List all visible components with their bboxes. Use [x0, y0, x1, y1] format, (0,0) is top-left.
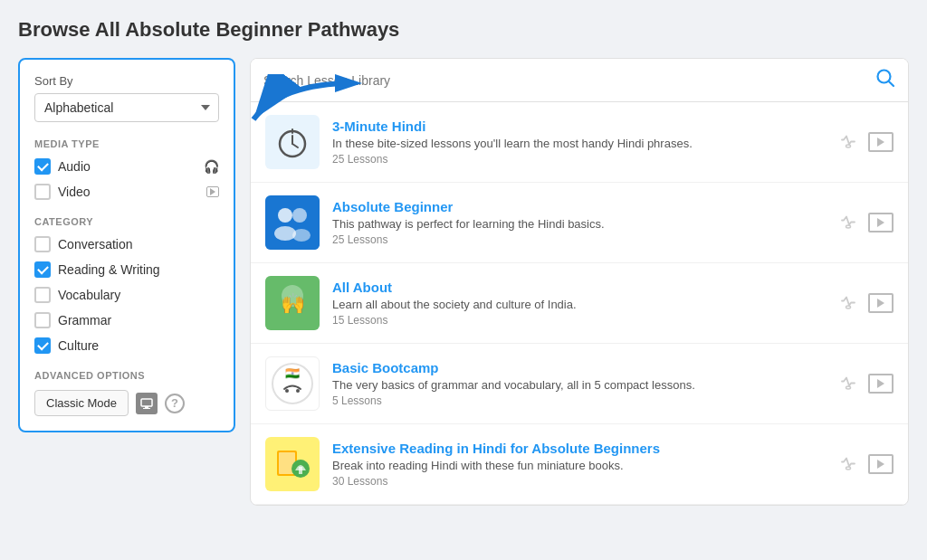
video-action-icon-3[interactable]: [868, 374, 894, 394]
bootcamp-icon: 🇮🇳: [266, 357, 319, 410]
pathway-item-0: 3-Minute Hindi In these bite-sized lesso…: [251, 102, 908, 183]
pathway-info-2: All About Learn all about the society an…: [332, 280, 823, 327]
pathway-thumbnail-0: [265, 115, 320, 169]
content-area: 3-Minute Hindi In these bite-sized lesso…: [250, 58, 909, 506]
search-input[interactable]: [263, 73, 875, 88]
grammar-label: Grammar: [58, 313, 219, 327]
vocabulary-filter-item[interactable]: Vocabulary: [34, 287, 219, 303]
conversation-label: Conversation: [58, 237, 219, 252]
video-action-icon-2[interactable]: [868, 293, 894, 313]
play-triangle-1: [877, 218, 884, 227]
people-icon: [265, 195, 320, 250]
pathway-description-0: In these bite-sized lessons you'll learn…: [332, 137, 823, 150]
pathway-actions-4: [836, 451, 894, 477]
device-icon: [140, 397, 153, 410]
pathway-title-4[interactable]: Extensive Reading in Hindi for Absolute …: [332, 441, 823, 456]
pathway-info-4: Extensive Reading in Hindi for Absolute …: [332, 441, 823, 488]
svg-rect-4: [143, 408, 150, 409]
pathway-actions-1: [836, 210, 894, 235]
svg-rect-33: [299, 467, 302, 474]
culture-label: Culture: [58, 338, 219, 353]
media-type-section: MEDIA TYPE Audio 🎧 Video: [34, 138, 219, 200]
audio-action-icon-1[interactable]: [836, 210, 861, 235]
advanced-options-row: Classic Mode ?: [34, 390, 219, 416]
search-bar: [251, 59, 908, 102]
grammar-checkbox[interactable]: [34, 312, 51, 328]
video-checkbox[interactable]: [34, 184, 51, 200]
svg-rect-13: [265, 195, 320, 250]
pathway-info-0: 3-Minute Hindi In these bite-sized lesso…: [332, 119, 823, 166]
pathway-lessons-4: 30 Lessons: [332, 475, 823, 488]
pathway-actions-2: [836, 290, 894, 316]
sort-by-label: Sort By: [34, 74, 219, 88]
pathway-title-2[interactable]: All About: [332, 280, 823, 295]
hands-icon: 🙌: [265, 276, 320, 330]
audio-action-icon-0[interactable]: [836, 129, 861, 155]
pathway-title-3[interactable]: Basic Bootcamp: [332, 360, 823, 375]
category-section: CATEGORY Conversation Reading & Writing …: [34, 216, 219, 354]
reading-writing-checkbox[interactable]: [34, 261, 51, 278]
svg-point-22: [846, 306, 851, 308]
pathway-info-3: Basic Bootcamp The very basics of gramma…: [332, 360, 823, 407]
audio-checkbox[interactable]: [34, 158, 51, 175]
reading-icon: [270, 441, 315, 487]
pathway-lessons-0: 25 Lessons: [332, 153, 823, 166]
video-label: Video: [58, 185, 199, 199]
play-triangle-0: [877, 138, 884, 147]
headphone-icon: 🎧: [204, 159, 219, 174]
svg-line-6: [889, 81, 894, 86]
svg-text:🙌: 🙌: [281, 291, 306, 316]
pathway-description-1: This pathway is perfect for learning the…: [332, 217, 823, 231]
video-action-icon-4[interactable]: [868, 454, 894, 474]
advanced-options-label: ADVANCED OPTIONS: [34, 370, 219, 381]
pathway-item-3: 🇮🇳 Basic Bootcamp The very basics of gra…: [251, 344, 908, 424]
pathway-description-4: Break into reading Hindi with these fun …: [332, 459, 823, 472]
help-icon[interactable]: ?: [165, 394, 185, 413]
pathway-list: 3-Minute Hindi In these bite-sized lesso…: [251, 102, 908, 505]
video-filter-item[interactable]: Video: [34, 184, 219, 200]
audio-action-icon-2[interactable]: [836, 290, 861, 316]
pathway-lessons-1: 25 Lessons: [332, 233, 823, 246]
pathway-thumbnail-4: [265, 437, 320, 491]
pathway-item-1: Absolute Beginner This pathway is perfec…: [251, 183, 908, 263]
audio-filter-item[interactable]: Audio 🎧: [34, 158, 219, 175]
audio-label: Audio: [58, 159, 196, 174]
audio-action-icon-3[interactable]: [836, 371, 861, 396]
grammar-filter-item[interactable]: Grammar: [34, 312, 219, 328]
pathway-actions-3: [836, 371, 894, 396]
video-action-icon-1[interactable]: [868, 213, 894, 233]
culture-filter-item[interactable]: Culture: [34, 337, 219, 354]
svg-point-28: [846, 386, 851, 389]
pathway-item-2: 🙌 All About Learn all about the society …: [251, 263, 908, 344]
conversation-filter-item[interactable]: Conversation: [34, 236, 219, 252]
sort-select[interactable]: Alphabetical Newest Rating: [34, 93, 219, 122]
svg-point-14: [278, 208, 292, 223]
reading-writing-filter-item[interactable]: Reading & Writing: [34, 261, 219, 278]
pathway-description-2: Learn all about the society and culture …: [332, 298, 823, 311]
svg-text:🇮🇳: 🇮🇳: [285, 365, 301, 381]
search-icon[interactable]: [875, 68, 895, 92]
vocabulary-checkbox[interactable]: [34, 287, 51, 303]
video-icon: [206, 186, 219, 197]
pathway-lessons-3: 5 Lessons: [332, 394, 823, 407]
video-action-icon-0[interactable]: [868, 132, 894, 152]
pathway-item-4: Extensive Reading in Hindi for Absolute …: [251, 424, 908, 505]
pathway-title-1[interactable]: Absolute Beginner: [332, 199, 823, 214]
svg-point-34: [846, 467, 851, 470]
play-triangle-4: [877, 460, 884, 469]
conversation-checkbox[interactable]: [34, 236, 51, 252]
pathway-title-0[interactable]: 3-Minute Hindi: [332, 119, 823, 134]
sidebar: Sort By Alphabetical Newest Rating MEDIA…: [18, 58, 235, 432]
play-triangle-2: [877, 299, 884, 308]
audio-action-icon-4[interactable]: [836, 451, 861, 477]
category-label: CATEGORY: [34, 216, 219, 227]
svg-point-17: [292, 229, 311, 242]
svg-point-12: [846, 145, 851, 147]
svg-point-18: [846, 225, 851, 228]
pathway-info-1: Absolute Beginner This pathway is perfec…: [332, 199, 823, 246]
svg-point-16: [274, 226, 296, 241]
culture-checkbox[interactable]: [34, 337, 51, 354]
classic-mode-button[interactable]: Classic Mode: [34, 390, 129, 416]
svg-point-15: [292, 208, 307, 223]
pathway-lessons-2: 15 Lessons: [332, 314, 823, 327]
